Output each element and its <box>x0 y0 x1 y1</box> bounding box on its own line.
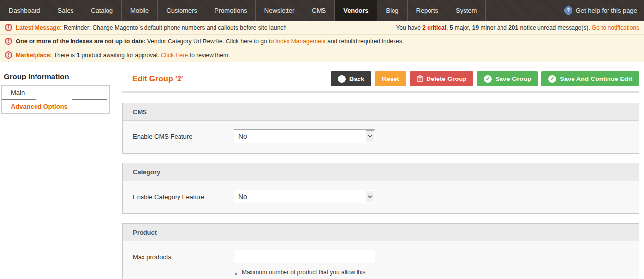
save-and-continue-button[interactable]: ✓ Save And Continue Edit <box>541 71 639 86</box>
notice-count: 201 <box>508 24 518 31</box>
major-count: 5 <box>450 24 453 31</box>
nav-item-newsletter[interactable]: Newsletter <box>256 0 303 21</box>
reset-button[interactable]: Reset <box>375 71 406 86</box>
main-header: Edit Group '2' ← Back Reset Delete Group… <box>122 71 639 86</box>
alert-icon: ! <box>5 24 12 31</box>
approval-count: 1 <box>76 52 80 59</box>
content-area: Group Information Main Advanced Options … <box>0 62 644 279</box>
marketplace-message-label: Marketplace: <box>16 52 52 59</box>
latest-message-label: Latest Message: <box>16 24 62 31</box>
note-triangle-icon: ▲ <box>234 267 238 279</box>
section-category-header: Category <box>123 163 639 181</box>
critical-count: 2 critical <box>422 24 446 31</box>
section-cms-header: CMS <box>123 103 639 121</box>
header-divider <box>122 91 639 93</box>
sidebar: Group Information Main Advanced Options <box>0 71 122 114</box>
back-button[interactable]: ← Back <box>331 71 371 86</box>
field-row-enable-category: Enable Category Feature No <box>133 190 629 203</box>
check-icon: ✓ <box>484 75 492 83</box>
unread-summary: You have 2 critical , 5 major, 19 minor … <box>396 24 639 31</box>
message-row-indexes: ! One or more of the Indexes are not up … <box>0 35 644 48</box>
nav-item-cms[interactable]: CMS <box>303 0 335 21</box>
nav-item-reports[interactable]: Reports <box>408 0 448 21</box>
max-products-input[interactable] <box>234 250 375 263</box>
help-label: Get help for this page <box>576 7 637 14</box>
help-link[interactable]: ? Get help for this page <box>557 0 644 21</box>
chevron-down-icon <box>366 191 374 202</box>
indexes-message-label: One or more of the Indexes are not up to… <box>16 38 145 45</box>
sidebar-title: Group Information <box>4 72 122 80</box>
field-label: Enable CMS Feature <box>133 129 234 140</box>
save-group-button[interactable]: ✓ Save Group <box>477 71 538 86</box>
alert-icon: ! <box>5 51 12 59</box>
back-arrow-icon: ← <box>338 75 346 83</box>
field-row-max-products: Max products ▲ Maximum number of product… <box>133 250 629 279</box>
latest-message-text: Reminder: Change Magento`s default phone… <box>62 24 286 31</box>
nav-item-dashboard[interactable]: Dashboard <box>0 0 49 21</box>
section-product-header: Product <box>123 224 639 241</box>
main-panel: Edit Group '2' ← Back Reset Delete Group… <box>122 71 639 279</box>
nav-item-promotions[interactable]: Promotions <box>206 0 256 21</box>
field-label: Enable Category Feature <box>133 190 234 200</box>
top-nav: Dashboard Sales Catalog Mobile Customers… <box>0 0 644 21</box>
nav-item-mobile[interactable]: Mobile <box>122 0 158 21</box>
trash-icon <box>417 75 423 82</box>
nav-item-catalog[interactable]: Catalog <box>82 0 122 21</box>
chevron-down-icon <box>366 130 374 142</box>
field-note: ▲ Maximum number of product that you all… <box>234 267 377 279</box>
index-management-link[interactable]: Index Management <box>275 38 326 45</box>
check-icon: ✓ <box>548 75 556 83</box>
button-bar: ← Back Reset Delete Group ✓ Save Group <box>331 71 639 86</box>
nav-item-sales[interactable]: Sales <box>49 0 83 21</box>
nav-item-system[interactable]: System <box>447 0 486 21</box>
nav-spacer <box>486 0 557 21</box>
select-value: No <box>234 193 366 200</box>
nav-item-vendors[interactable]: Vendors <box>335 0 377 21</box>
field-label: Max products <box>133 250 234 261</box>
sidebar-item-main[interactable]: Main <box>2 86 109 99</box>
section-category: Category Enable Category Feature No <box>122 163 639 214</box>
page-title: Edit Group '2' <box>122 75 183 83</box>
section-product: Product Max products ▲ Maximum number of… <box>122 223 639 279</box>
help-icon: ? <box>564 6 572 15</box>
enable-cms-select[interactable]: No <box>234 129 375 143</box>
click-here-link[interactable]: Click Here <box>161 52 188 59</box>
field-row-enable-cms: Enable CMS Feature No <box>133 129 629 143</box>
minor-count: 19 <box>472 24 479 31</box>
note-text: Maximum number of product that you allow… <box>242 267 377 279</box>
message-row-marketplace: ! Marketplace: There is 1 product awaiti… <box>0 48 644 62</box>
go-to-notifications-link[interactable]: Go to notifications <box>592 24 639 31</box>
message-row-latest: ! Latest Message: Reminder: Change Magen… <box>0 21 644 35</box>
alert-icon: ! <box>5 38 12 45</box>
enable-category-select[interactable]: No <box>234 190 375 203</box>
sidebar-menu: Main Advanced Options <box>1 85 110 114</box>
delete-group-button[interactable]: Delete Group <box>410 71 474 86</box>
section-cms: CMS Enable CMS Feature No <box>122 103 639 154</box>
nav-item-customers[interactable]: Customers <box>158 0 206 21</box>
sidebar-item-advanced-options[interactable]: Advanced Options <box>2 99 109 113</box>
select-value: No <box>234 132 366 140</box>
nav-item-blog[interactable]: Blog <box>377 0 407 21</box>
